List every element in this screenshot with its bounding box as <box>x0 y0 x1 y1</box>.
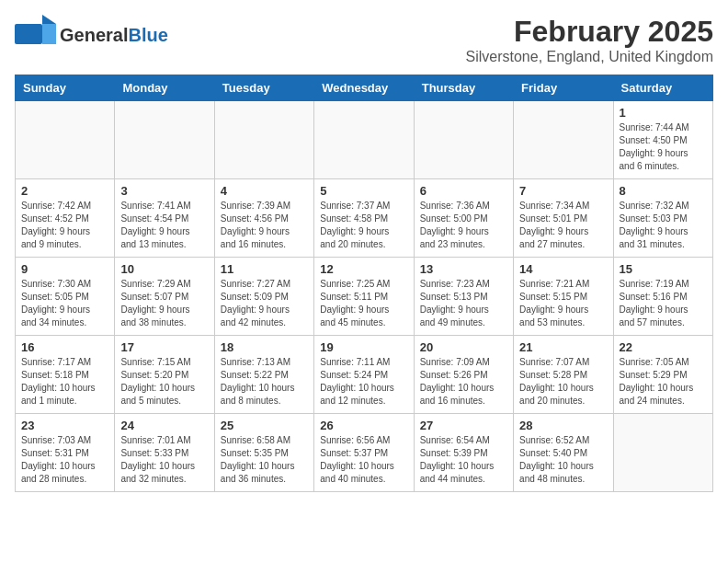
logo-general: General <box>60 25 128 45</box>
day-info: Sunrise: 7:34 AM Sunset: 5:01 PM Dayligh… <box>519 200 607 251</box>
calendar-cell: 14Sunrise: 7:21 AM Sunset: 5:15 PM Dayli… <box>514 258 613 336</box>
day-number: 20 <box>420 340 507 354</box>
svg-rect-0 <box>15 24 42 44</box>
day-number: 8 <box>620 184 707 198</box>
day-info: Sunrise: 7:44 AM Sunset: 4:50 PM Dayligh… <box>620 121 707 173</box>
calendar-cell: 13Sunrise: 7:23 AM Sunset: 5:13 PM Dayli… <box>414 258 513 336</box>
calendar-table: SundayMondayTuesdayWednesdayThursdayFrid… <box>15 75 713 492</box>
calendar-cell <box>16 101 115 179</box>
day-info: Sunrise: 7:17 AM Sunset: 5:18 PM Dayligh… <box>21 356 108 408</box>
day-number: 18 <box>221 340 308 354</box>
day-number: 7 <box>519 184 607 198</box>
svg-marker-2 <box>42 15 56 24</box>
day-number: 14 <box>519 262 607 276</box>
day-number: 16 <box>21 340 108 354</box>
svg-marker-1 <box>42 24 56 44</box>
day-number: 3 <box>120 184 208 198</box>
day-number: 1 <box>620 106 707 120</box>
day-number: 2 <box>21 184 108 198</box>
day-info: Sunrise: 7:41 AM Sunset: 4:54 PM Dayligh… <box>120 200 208 251</box>
day-info: Sunrise: 7:11 AM Sunset: 5:24 PM Dayligh… <box>320 356 407 408</box>
day-number: 13 <box>420 262 507 276</box>
day-info: Sunrise: 6:56 AM Sunset: 5:37 PM Dayligh… <box>320 434 407 486</box>
day-number: 22 <box>620 340 707 354</box>
day-info: Sunrise: 7:32 AM Sunset: 5:03 PM Dayligh… <box>620 200 707 251</box>
day-info: Sunrise: 7:30 AM Sunset: 5:05 PM Dayligh… <box>21 278 108 329</box>
calendar-header-row: SundayMondayTuesdayWednesdayThursdayFrid… <box>16 75 713 101</box>
calendar-cell: 20Sunrise: 7:09 AM Sunset: 5:26 PM Dayli… <box>414 336 513 414</box>
day-number: 24 <box>120 419 208 432</box>
day-number: 5 <box>320 184 407 198</box>
day-number: 9 <box>21 262 108 276</box>
day-number: 27 <box>420 419 507 432</box>
calendar-cell <box>613 414 712 492</box>
week-row-5: 23Sunrise: 7:03 AM Sunset: 5:31 PM Dayli… <box>16 414 713 492</box>
day-header-monday: Monday <box>115 75 214 101</box>
day-number: 17 <box>120 340 208 354</box>
location-title: Silverstone, England, United Kingdom <box>466 49 714 65</box>
day-header-sunday: Sunday <box>16 75 115 101</box>
day-number: 6 <box>420 184 507 198</box>
logo: GeneralBlue <box>15 15 168 55</box>
header: GeneralBlue February 2025 Silverstone, E… <box>15 15 713 65</box>
day-info: Sunrise: 7:23 AM Sunset: 5:13 PM Dayligh… <box>420 278 507 329</box>
week-row-3: 9Sunrise: 7:30 AM Sunset: 5:05 PM Daylig… <box>16 258 713 336</box>
calendar-cell: 11Sunrise: 7:27 AM Sunset: 5:09 PM Dayli… <box>214 258 313 336</box>
calendar-cell: 10Sunrise: 7:29 AM Sunset: 5:07 PM Dayli… <box>115 258 214 336</box>
day-info: Sunrise: 7:37 AM Sunset: 4:58 PM Dayligh… <box>320 200 407 251</box>
day-info: Sunrise: 7:21 AM Sunset: 5:15 PM Dayligh… <box>519 278 607 329</box>
day-info: Sunrise: 6:52 AM Sunset: 5:40 PM Dayligh… <box>519 434 607 486</box>
day-header-friday: Friday <box>514 75 613 101</box>
week-row-4: 16Sunrise: 7:17 AM Sunset: 5:18 PM Dayli… <box>16 336 713 414</box>
day-info: Sunrise: 6:58 AM Sunset: 5:35 PM Dayligh… <box>221 434 308 486</box>
calendar-cell <box>514 101 613 179</box>
calendar-cell: 16Sunrise: 7:17 AM Sunset: 5:18 PM Dayli… <box>16 336 115 414</box>
day-number: 23 <box>21 419 108 432</box>
day-header-thursday: Thursday <box>414 75 513 101</box>
calendar-cell: 3Sunrise: 7:41 AM Sunset: 4:54 PM Daylig… <box>115 179 214 258</box>
day-header-wednesday: Wednesday <box>314 75 414 101</box>
calendar-cell: 1Sunrise: 7:44 AM Sunset: 4:50 PM Daylig… <box>613 101 712 179</box>
calendar-cell <box>414 101 513 179</box>
logo-blue: Blue <box>128 25 167 45</box>
day-header-tuesday: Tuesday <box>214 75 313 101</box>
calendar-cell: 15Sunrise: 7:19 AM Sunset: 5:16 PM Dayli… <box>613 258 712 336</box>
day-info: Sunrise: 6:54 AM Sunset: 5:39 PM Dayligh… <box>420 434 507 486</box>
logo-text: GeneralBlue <box>60 25 168 45</box>
day-number: 4 <box>221 184 308 198</box>
day-header-saturday: Saturday <box>613 75 712 101</box>
calendar-cell: 8Sunrise: 7:32 AM Sunset: 5:03 PM Daylig… <box>613 179 712 258</box>
day-info: Sunrise: 7:13 AM Sunset: 5:22 PM Dayligh… <box>221 356 308 408</box>
month-title: February 2025 <box>466 15 714 49</box>
day-number: 11 <box>221 262 308 276</box>
calendar-cell: 12Sunrise: 7:25 AM Sunset: 5:11 PM Dayli… <box>314 258 414 336</box>
day-info: Sunrise: 7:07 AM Sunset: 5:28 PM Dayligh… <box>519 356 607 408</box>
day-info: Sunrise: 7:15 AM Sunset: 5:20 PM Dayligh… <box>120 356 208 408</box>
day-info: Sunrise: 7:27 AM Sunset: 5:09 PM Dayligh… <box>221 278 308 329</box>
day-info: Sunrise: 7:03 AM Sunset: 5:31 PM Dayligh… <box>21 434 108 486</box>
day-info: Sunrise: 7:09 AM Sunset: 5:26 PM Dayligh… <box>420 356 507 408</box>
calendar-cell: 4Sunrise: 7:39 AM Sunset: 4:56 PM Daylig… <box>214 179 313 258</box>
calendar-cell <box>314 101 414 179</box>
day-number: 25 <box>221 419 308 432</box>
week-row-1: 1Sunrise: 7:44 AM Sunset: 4:50 PM Daylig… <box>16 101 713 179</box>
calendar-cell: 22Sunrise: 7:05 AM Sunset: 5:29 PM Dayli… <box>613 336 712 414</box>
calendar-cell: 28Sunrise: 6:52 AM Sunset: 5:40 PM Dayli… <box>514 414 613 492</box>
calendar-cell: 21Sunrise: 7:07 AM Sunset: 5:28 PM Dayli… <box>514 336 613 414</box>
calendar-cell: 7Sunrise: 7:34 AM Sunset: 5:01 PM Daylig… <box>514 179 613 258</box>
title-area: February 2025 Silverstone, England, Unit… <box>466 15 714 65</box>
day-number: 28 <box>519 419 607 432</box>
day-info: Sunrise: 7:42 AM Sunset: 4:52 PM Dayligh… <box>21 200 108 251</box>
calendar-cell: 2Sunrise: 7:42 AM Sunset: 4:52 PM Daylig… <box>16 179 115 258</box>
week-row-2: 2Sunrise: 7:42 AM Sunset: 4:52 PM Daylig… <box>16 179 713 258</box>
day-info: Sunrise: 7:05 AM Sunset: 5:29 PM Dayligh… <box>620 356 707 408</box>
calendar-cell: 27Sunrise: 6:54 AM Sunset: 5:39 PM Dayli… <box>414 414 513 492</box>
calendar-cell: 24Sunrise: 7:01 AM Sunset: 5:33 PM Dayli… <box>115 414 214 492</box>
day-info: Sunrise: 7:29 AM Sunset: 5:07 PM Dayligh… <box>120 278 208 329</box>
calendar-cell: 6Sunrise: 7:36 AM Sunset: 5:00 PM Daylig… <box>414 179 513 258</box>
calendar-cell: 19Sunrise: 7:11 AM Sunset: 5:24 PM Dayli… <box>314 336 414 414</box>
logo-icon <box>15 15 56 55</box>
calendar-cell <box>115 101 214 179</box>
calendar-cell: 17Sunrise: 7:15 AM Sunset: 5:20 PM Dayli… <box>115 336 214 414</box>
day-number: 12 <box>320 262 407 276</box>
